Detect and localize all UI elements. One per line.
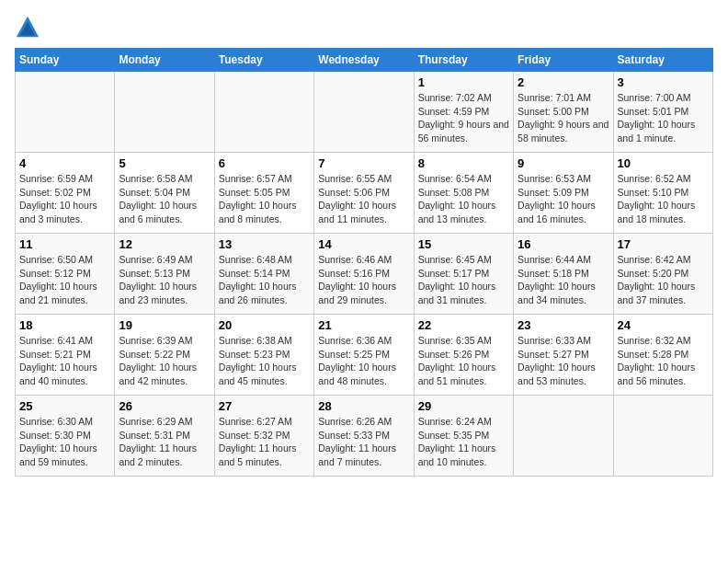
calendar-cell: 14Sunrise: 6:46 AMSunset: 5:16 PMDayligh… [314, 234, 414, 315]
calendar-cell: 12Sunrise: 6:49 AMSunset: 5:13 PMDayligh… [115, 234, 214, 315]
calendar-cell: 16Sunrise: 6:44 AMSunset: 5:18 PMDayligh… [514, 234, 613, 315]
calendar-cell [16, 72, 115, 153]
day-info: Sunrise: 6:24 AMSunset: 5:35 PMDaylight:… [418, 415, 509, 469]
day-info: Sunrise: 6:27 AMSunset: 5:32 PMDaylight:… [219, 415, 310, 469]
calendar-cell: 17Sunrise: 6:42 AMSunset: 5:20 PMDayligh… [613, 234, 712, 315]
day-info: Sunrise: 6:38 AMSunset: 5:23 PMDaylight:… [219, 334, 310, 388]
day-info: Sunrise: 6:59 AMSunset: 5:02 PMDaylight:… [19, 172, 110, 226]
day-number: 9 [518, 156, 609, 170]
day-header-friday: Friday [514, 49, 613, 72]
calendar-week-row: 11Sunrise: 6:50 AMSunset: 5:12 PMDayligh… [16, 234, 713, 315]
calendar-cell: 20Sunrise: 6:38 AMSunset: 5:23 PMDayligh… [214, 315, 313, 396]
calendar-cell: 8Sunrise: 6:54 AMSunset: 5:08 PMDaylight… [414, 153, 513, 234]
day-info: Sunrise: 6:58 AMSunset: 5:04 PMDaylight:… [119, 172, 210, 226]
day-info: Sunrise: 6:49 AMSunset: 5:13 PMDaylight:… [119, 253, 210, 307]
day-number: 28 [318, 399, 409, 413]
day-number: 13 [219, 237, 310, 251]
calendar-week-row: 25Sunrise: 6:30 AMSunset: 5:30 PMDayligh… [16, 396, 713, 477]
day-header-monday: Monday [115, 49, 214, 72]
day-header-saturday: Saturday [613, 49, 712, 72]
day-info: Sunrise: 6:53 AMSunset: 5:09 PMDaylight:… [518, 172, 609, 226]
day-number: 15 [418, 237, 509, 251]
calendar-cell: 23Sunrise: 6:33 AMSunset: 5:27 PMDayligh… [514, 315, 613, 396]
day-info: Sunrise: 6:45 AMSunset: 5:17 PMDaylight:… [418, 253, 509, 307]
day-info: Sunrise: 6:54 AMSunset: 5:08 PMDaylight:… [418, 172, 509, 226]
calendar-cell: 7Sunrise: 6:55 AMSunset: 5:06 PMDaylight… [314, 153, 414, 234]
calendar-cell: 9Sunrise: 6:53 AMSunset: 5:09 PMDaylight… [514, 153, 613, 234]
day-number: 20 [219, 318, 310, 332]
calendar-cell: 15Sunrise: 6:45 AMSunset: 5:17 PMDayligh… [414, 234, 513, 315]
day-info: Sunrise: 6:29 AMSunset: 5:31 PMDaylight:… [119, 415, 210, 469]
day-number: 25 [19, 399, 110, 413]
day-info: Sunrise: 6:30 AMSunset: 5:30 PMDaylight:… [19, 415, 110, 469]
calendar-cell [214, 72, 313, 153]
day-info: Sunrise: 6:44 AMSunset: 5:18 PMDaylight:… [518, 253, 609, 307]
calendar-cell [115, 72, 214, 153]
calendar-cell: 21Sunrise: 6:36 AMSunset: 5:25 PMDayligh… [314, 315, 414, 396]
day-number: 29 [418, 399, 509, 413]
day-info: Sunrise: 6:39 AMSunset: 5:22 PMDaylight:… [119, 334, 210, 388]
calendar-cell: 26Sunrise: 6:29 AMSunset: 5:31 PMDayligh… [115, 396, 214, 477]
calendar-cell: 22Sunrise: 6:35 AMSunset: 5:26 PMDayligh… [414, 315, 513, 396]
day-number: 4 [19, 156, 110, 170]
day-number: 19 [119, 318, 210, 332]
calendar-table: SundayMondayTuesdayWednesdayThursdayFrid… [15, 48, 713, 477]
day-number: 8 [418, 156, 509, 170]
day-info: Sunrise: 6:50 AMSunset: 5:12 PMDaylight:… [19, 253, 110, 307]
day-number: 3 [618, 75, 709, 89]
day-number: 14 [318, 237, 409, 251]
logo [15, 15, 44, 40]
calendar-cell: 5Sunrise: 6:58 AMSunset: 5:04 PMDaylight… [115, 153, 214, 234]
calendar-cell: 4Sunrise: 6:59 AMSunset: 5:02 PMDaylight… [16, 153, 115, 234]
calendar-cell: 10Sunrise: 6:52 AMSunset: 5:10 PMDayligh… [613, 153, 712, 234]
day-info: Sunrise: 6:52 AMSunset: 5:10 PMDaylight:… [618, 172, 709, 226]
calendar-week-row: 1Sunrise: 7:02 AMSunset: 4:59 PMDaylight… [16, 72, 713, 153]
calendar-cell: 11Sunrise: 6:50 AMSunset: 5:12 PMDayligh… [16, 234, 115, 315]
calendar-cell: 27Sunrise: 6:27 AMSunset: 5:32 PMDayligh… [214, 396, 313, 477]
day-info: Sunrise: 6:33 AMSunset: 5:27 PMDaylight:… [518, 334, 609, 388]
day-number: 22 [418, 318, 509, 332]
day-number: 26 [119, 399, 210, 413]
calendar-week-row: 4Sunrise: 6:59 AMSunset: 5:02 PMDaylight… [16, 153, 713, 234]
day-number: 12 [119, 237, 210, 251]
calendar-cell [314, 72, 414, 153]
day-header-thursday: Thursday [414, 49, 513, 72]
calendar-week-row: 18Sunrise: 6:41 AMSunset: 5:21 PMDayligh… [16, 315, 713, 396]
day-info: Sunrise: 6:46 AMSunset: 5:16 PMDaylight:… [318, 253, 409, 307]
day-info: Sunrise: 6:42 AMSunset: 5:20 PMDaylight:… [618, 253, 709, 307]
day-number: 1 [418, 75, 509, 89]
calendar-cell: 2Sunrise: 7:01 AMSunset: 5:00 PMDaylight… [514, 72, 613, 153]
day-number: 11 [19, 237, 110, 251]
day-header-sunday: Sunday [16, 49, 115, 72]
day-info: Sunrise: 7:00 AMSunset: 5:01 PMDaylight:… [618, 91, 709, 145]
calendar-cell [514, 396, 613, 477]
day-number: 5 [119, 156, 210, 170]
day-number: 2 [518, 75, 609, 89]
day-info: Sunrise: 6:48 AMSunset: 5:14 PMDaylight:… [219, 253, 310, 307]
calendar-cell: 19Sunrise: 6:39 AMSunset: 5:22 PMDayligh… [115, 315, 214, 396]
calendar-cell: 24Sunrise: 6:32 AMSunset: 5:28 PMDayligh… [613, 315, 712, 396]
day-number: 16 [518, 237, 609, 251]
day-header-wednesday: Wednesday [314, 49, 414, 72]
calendar-cell: 3Sunrise: 7:00 AMSunset: 5:01 PMDaylight… [613, 72, 712, 153]
day-number: 10 [618, 156, 709, 170]
calendar-cell: 29Sunrise: 6:24 AMSunset: 5:35 PMDayligh… [414, 396, 513, 477]
calendar-cell: 1Sunrise: 7:02 AMSunset: 4:59 PMDaylight… [414, 72, 513, 153]
day-info: Sunrise: 6:26 AMSunset: 5:33 PMDaylight:… [318, 415, 409, 469]
day-info: Sunrise: 6:57 AMSunset: 5:05 PMDaylight:… [219, 172, 310, 226]
page-header [15, 15, 713, 40]
calendar-cell [613, 396, 712, 477]
day-info: Sunrise: 6:55 AMSunset: 5:06 PMDaylight:… [318, 172, 409, 226]
calendar-cell: 18Sunrise: 6:41 AMSunset: 5:21 PMDayligh… [16, 315, 115, 396]
day-number: 7 [318, 156, 409, 170]
day-number: 17 [618, 237, 709, 251]
calendar-header-row: SundayMondayTuesdayWednesdayThursdayFrid… [16, 49, 713, 72]
day-info: Sunrise: 6:32 AMSunset: 5:28 PMDaylight:… [618, 334, 709, 388]
day-header-tuesday: Tuesday [214, 49, 313, 72]
logo-icon [15, 15, 40, 40]
day-info: Sunrise: 7:01 AMSunset: 5:00 PMDaylight:… [518, 91, 609, 145]
day-info: Sunrise: 6:35 AMSunset: 5:26 PMDaylight:… [418, 334, 509, 388]
day-number: 27 [219, 399, 310, 413]
calendar-cell: 28Sunrise: 6:26 AMSunset: 5:33 PMDayligh… [314, 396, 414, 477]
calendar-cell: 13Sunrise: 6:48 AMSunset: 5:14 PMDayligh… [214, 234, 313, 315]
